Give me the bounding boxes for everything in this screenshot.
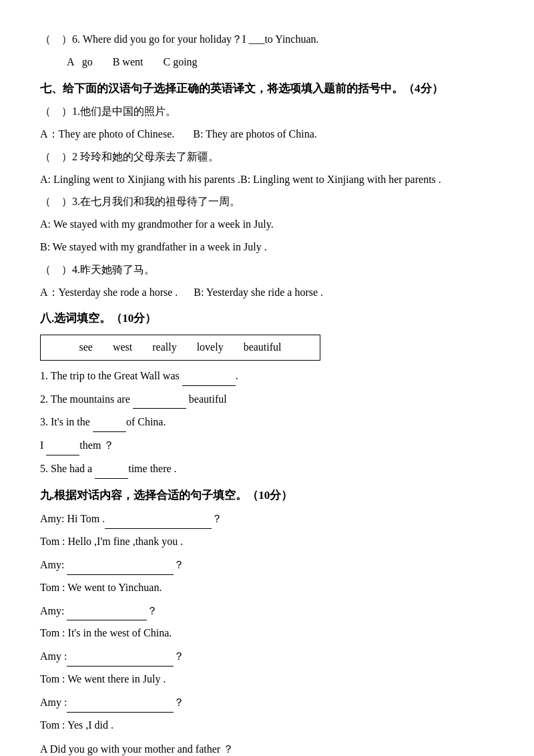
section-7-header: 七、给下面的汉语句子选择正确的英语译文，将选项填入题前的括号中。（4分） <box>40 79 494 100</box>
dialog-amy-1: Amy: Hi Tom . ？ <box>40 509 494 529</box>
word-see: see <box>79 338 92 357</box>
section-8: 八.选词填空。（10分） see west really lovely beau… <box>40 309 494 478</box>
q6-choices: A go B went C going <box>67 53 494 72</box>
blank-9-1 <box>105 509 212 529</box>
q6-text: （ ）6. Where did you go for your holiday？… <box>40 30 494 49</box>
blank-9-2 <box>67 555 174 575</box>
q6-choice-c: C going <box>163 53 197 72</box>
dialog-amy-3: Amy: ？ <box>40 601 494 621</box>
word-west: west <box>113 338 132 357</box>
section-8-header: 八.选词填空。（10分） <box>40 309 494 329</box>
blank-9-4 <box>67 646 174 667</box>
blank-8-2 <box>133 389 186 409</box>
word-really: really <box>152 338 176 357</box>
q7-2-cn: （ ）2 玲玲和她的父母亲去了新疆。 <box>40 148 494 167</box>
blank-9-5 <box>67 693 174 713</box>
q6-choice-a: A go <box>67 53 93 72</box>
section-9: 九.根据对话内容，选择合适的句子填空。（10分） Amy: Hi Tom . ？… <box>40 486 494 756</box>
q7-4-cn: （ ）4.昨天她骑了马。 <box>40 260 494 280</box>
q7-3-a: A: We stayed with my grandmother for a w… <box>40 215 494 234</box>
option-a: A Did you go with your mother and father… <box>40 740 494 756</box>
blank-8-1 <box>182 366 236 386</box>
q8-4: I them ？ <box>40 435 494 455</box>
dialog-tom-1: Tom : Hello ,I'm fine ,thank you . <box>40 532 494 552</box>
blank-8-5 <box>95 459 128 479</box>
dialog-tom-5: Tom : Yes ,I did . <box>40 716 494 735</box>
dialog-amy-2: Amy: ？ <box>40 555 494 575</box>
dialog-tom-2: Tom : We went to Yinchuan. <box>40 578 494 598</box>
dialog-tom-4: Tom : We went there in July . <box>40 670 494 689</box>
q8-2: 2. The mountains are beautiful <box>40 389 494 409</box>
blank-8-3 <box>93 412 126 432</box>
q7-3-cn: （ ）3.在七月我们和我的祖母待了一周。 <box>40 192 494 212</box>
word-lovely: lovely <box>197 338 224 357</box>
dialog-amy-4: Amy : ？ <box>40 646 494 667</box>
section-7: 七、给下面的汉语句子选择正确的英语译文，将选项填入题前的括号中。（4分） （ ）… <box>40 79 494 303</box>
q6-choice-b: B went <box>113 53 144 72</box>
q7-4-choices: A：Yesterday she rode a horse . B: Yester… <box>40 283 494 303</box>
blank-8-4 <box>46 435 79 455</box>
q7-1-cn: （ ）1.他们是中国的照片。 <box>40 102 494 122</box>
q7-1-choices: A：They are photo of Chinese. B: They are… <box>40 125 494 144</box>
section-6: （ ）6. Where did you go for your holiday？… <box>40 30 494 72</box>
q8-1: 1. The trip to the Great Wall was . <box>40 366 494 386</box>
q8-3: 3. It's in the of China. <box>40 412 494 432</box>
section-9-header: 九.根据对话内容，选择合适的句子填空。（10分） <box>40 486 494 506</box>
word-box: see west really lovely beautiful <box>40 335 320 361</box>
q7-2-a: A: Lingling went to Xinjiang with his pa… <box>40 170 494 190</box>
blank-9-3 <box>67 601 147 621</box>
word-beautiful: beautiful <box>244 338 282 357</box>
q7-3-b: B: We stayed with my grandfather in a we… <box>40 238 494 257</box>
dialog-amy-5: Amy : ？ <box>40 693 494 713</box>
dialog-tom-3: Tom : It's in the west of China. <box>40 624 494 643</box>
q8-5: 5. She had a time there . <box>40 459 494 479</box>
